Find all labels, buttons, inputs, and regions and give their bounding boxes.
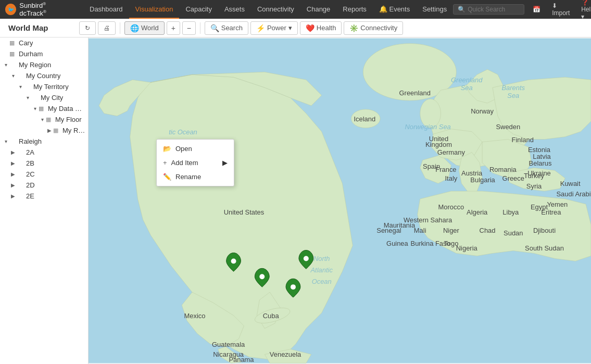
nav-settings[interactable]: Settings bbox=[416, 0, 453, 19]
nav-reports[interactable]: Reports bbox=[336, 0, 373, 19]
search-icon: 🔍 bbox=[458, 6, 466, 13]
context-menu-rename[interactable]: ✏️ Rename bbox=[157, 170, 234, 184]
myregion-chevron: ▾ bbox=[2, 62, 9, 68]
svg-text:North: North bbox=[313, 255, 330, 262]
help-button[interactable]: ❓ Help ▾ bbox=[578, 0, 591, 20]
svg-text:Greenland: Greenland bbox=[451, 76, 483, 84]
svg-text:Spain: Spain bbox=[423, 162, 440, 170]
durham-label: Durham bbox=[19, 50, 43, 58]
svg-text:Turkey: Turkey bbox=[524, 172, 545, 180]
mycity-chevron: ▾ bbox=[24, 95, 31, 101]
svg-text:Algeria: Algeria bbox=[467, 208, 488, 216]
svg-text:Atlantic: Atlantic bbox=[310, 266, 333, 274]
quick-search-input[interactable] bbox=[468, 6, 520, 13]
sidebar: ▦ Cary ▦ Durham ▾ My Region ▾ My Country… bbox=[0, 37, 89, 364]
sidebar-item-raleigh[interactable]: ▾ Raleigh bbox=[0, 136, 88, 147]
divider-1 bbox=[120, 22, 120, 34]
sidebar-item-2a[interactable]: ▶ 2A bbox=[0, 147, 88, 158]
svg-text:Chad: Chad bbox=[480, 227, 496, 234]
svg-text:Sea: Sea bbox=[461, 84, 473, 92]
import-button[interactable]: ⬇ Import bbox=[549, 2, 573, 17]
svg-text:Kingdom: Kingdom bbox=[425, 141, 452, 148]
svg-point-66 bbox=[291, 284, 296, 290]
refresh-button[interactable]: ↻ bbox=[79, 21, 96, 35]
page-title: World Map bbox=[4, 23, 77, 32]
sidebar-item-durham[interactable]: ▦ Durham bbox=[0, 48, 88, 59]
sidebar-item-2c[interactable]: ▶ 2C bbox=[0, 169, 88, 180]
sidebar-item-myterritory[interactable]: ▾ My Territory bbox=[0, 81, 88, 92]
svg-text:Saudi Arabia: Saudi Arabia bbox=[557, 190, 591, 198]
2e-chevron: ▶ bbox=[9, 193, 17, 199]
rename-icon: ✏️ bbox=[163, 173, 171, 181]
sidebar-item-mydatacenter[interactable]: ▾ ▦ My Data Center bbox=[0, 103, 88, 114]
myregion-label: My Region bbox=[19, 61, 51, 69]
nav-dashboard[interactable]: Dashboard bbox=[83, 0, 129, 19]
sidebar-item-mycountry[interactable]: ▾ My Country bbox=[0, 70, 88, 81]
svg-text:Guinea: Guinea bbox=[386, 240, 408, 247]
mydatacenter-chevron: ▾ bbox=[31, 106, 39, 111]
svg-text:Sea: Sea bbox=[507, 92, 519, 99]
raleigh-chevron: ▾ bbox=[2, 139, 9, 144]
context-menu: 📂 Open + Add Item ▶ ✏️ Rename bbox=[156, 139, 234, 186]
svg-text:Guatemala: Guatemala bbox=[212, 341, 245, 348]
nav-events[interactable]: 🔔 Events bbox=[373, 0, 416, 19]
power-button[interactable]: ⚡ Power ▾ bbox=[250, 21, 298, 35]
sidebar-item-myfloor[interactable]: ▾ ▦ My Floor bbox=[0, 114, 88, 125]
cary-icon: ▦ bbox=[9, 40, 18, 46]
top-navigation: 🐦 Sunbird® dcTrack® Dashboard Visualizat… bbox=[0, 0, 591, 19]
quick-search-box[interactable]: 🔍 bbox=[453, 4, 524, 15]
zoom-out-button[interactable]: − bbox=[182, 21, 196, 35]
svg-text:Belarus: Belarus bbox=[529, 159, 552, 167]
nav-visualization[interactable]: Visualization bbox=[129, 0, 180, 19]
nav-items: Dashboard Visualization Capacity Assets … bbox=[83, 0, 453, 19]
nav-connectivity[interactable]: Connectivity bbox=[251, 0, 300, 19]
sidebar-item-2b[interactable]: ▶ 2B bbox=[0, 158, 88, 169]
svg-text:Greenland: Greenland bbox=[399, 89, 431, 97]
sidebar-item-cary[interactable]: ▦ Cary bbox=[0, 37, 88, 48]
svg-text:Italy: Italy bbox=[445, 174, 458, 182]
world-button[interactable]: 🌐 World bbox=[124, 21, 165, 35]
nav-assets[interactable]: Assets bbox=[218, 0, 251, 19]
durham-icon: ▦ bbox=[9, 51, 18, 57]
zoom-in-button[interactable]: + bbox=[167, 21, 180, 35]
divider-2 bbox=[200, 22, 200, 34]
context-menu-open[interactable]: 📂 Open bbox=[157, 142, 234, 156]
svg-text:Sweden: Sweden bbox=[496, 123, 520, 131]
sidebar-item-myroom[interactable]: ▶ ▦ My Room bbox=[0, 125, 88, 136]
nav-change[interactable]: Change bbox=[300, 0, 337, 19]
map-area[interactable]: North Atlantic Ocean United States Canad… bbox=[89, 37, 591, 364]
context-menu-add-item[interactable]: + Add Item ▶ bbox=[157, 156, 234, 170]
sidebar-item-2e[interactable]: ▶ 2E bbox=[0, 191, 88, 202]
sidebar-item-myregion[interactable]: ▾ My Region bbox=[0, 59, 88, 70]
svg-text:Egypt: Egypt bbox=[531, 203, 548, 211]
svg-text:Barents: Barents bbox=[501, 84, 525, 92]
svg-text:Ocean: Ocean bbox=[312, 278, 332, 285]
mydatacenter-label: My Data Center bbox=[48, 105, 86, 112]
raleigh-label: Raleigh bbox=[19, 137, 42, 145]
2c-label: 2C bbox=[26, 170, 35, 178]
2b-label: 2B bbox=[26, 159, 34, 167]
svg-text:United States: United States bbox=[224, 208, 265, 216]
mydatacenter-icon: ▦ bbox=[39, 105, 47, 112]
calendar-button[interactable]: 📅 bbox=[530, 6, 544, 13]
svg-text:Libya: Libya bbox=[502, 208, 519, 216]
power-chevron-icon: ▾ bbox=[288, 24, 292, 32]
svg-text:Mali: Mali bbox=[414, 227, 426, 234]
svg-point-65 bbox=[259, 274, 265, 279]
svg-text:Mexico: Mexico bbox=[184, 312, 205, 320]
open-icon: 📂 bbox=[163, 145, 171, 153]
health-label: Health bbox=[317, 24, 336, 32]
svg-text:Panama: Panama bbox=[229, 356, 254, 363]
health-button[interactable]: ❤️ Health bbox=[300, 21, 342, 35]
myterritory-chevron: ▾ bbox=[17, 84, 24, 90]
myroom-chevron: ▶ bbox=[46, 128, 53, 133]
nav-capacity[interactable]: Capacity bbox=[179, 0, 218, 19]
svg-text:Norway: Norway bbox=[471, 107, 494, 115]
sidebar-item-2d[interactable]: ▶ 2D bbox=[0, 180, 88, 191]
print-button[interactable]: 🖨 bbox=[98, 21, 116, 35]
search-button[interactable]: 🔍 Search bbox=[205, 21, 248, 35]
sidebar-item-mycity[interactable]: ▾ My City bbox=[0, 92, 88, 103]
connectivity-button[interactable]: ✳️ Connectivity bbox=[344, 21, 403, 35]
svg-text:Bulgaria: Bulgaria bbox=[470, 176, 495, 184]
connectivity-icon: ✳️ bbox=[349, 24, 358, 32]
